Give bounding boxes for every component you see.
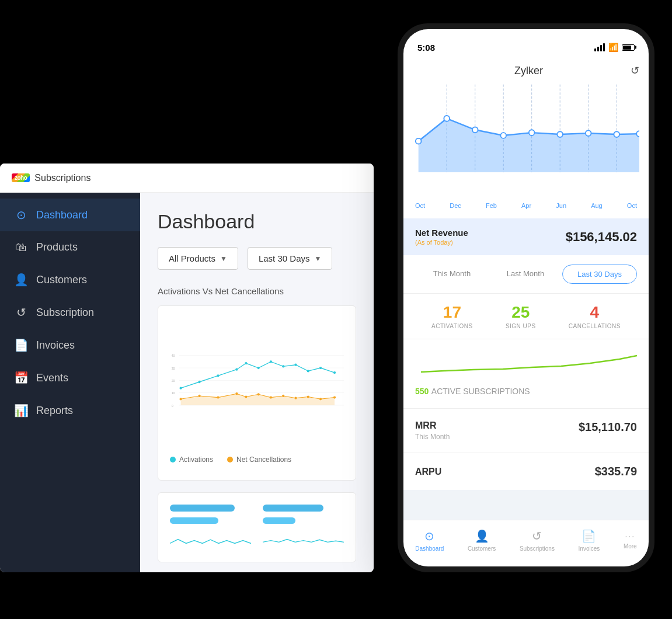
svg-point-23 [179,398,182,400]
net-revenue-section: Net Revenue (As of Today) $156,145.02 [403,218,649,255]
sidebar-item-label: Invoices [36,339,75,352]
svg-point-45 [472,127,478,133]
cancellations-legend-label: Net Cancellations [236,455,291,464]
phone-status-icons: 📶 [594,43,635,52]
tab-this-month[interactable]: This Month [415,265,489,284]
zoho-logo: zoho [12,173,30,182]
svg-point-27 [245,395,247,398]
svg-text:20: 20 [172,379,175,382]
svg-point-47 [529,130,535,135]
svg-point-43 [416,138,422,144]
sidebar-item-events[interactable]: 📅 Events [0,361,140,394]
sidebar: ⊙ Dashboard 🛍 Products 👤 Customers ↺ Sub… [0,193,140,572]
chart-label-jun: Jun [556,202,566,209]
svg-point-18 [294,364,297,366]
svg-point-50 [614,131,619,137]
activations-color-dot [170,457,176,462]
sidebar-item-customers[interactable]: 👤 Customers [0,263,140,296]
sidebar-item-products[interactable]: 🛍 Products [0,231,140,263]
svg-text:30: 30 [172,367,175,370]
arpu-value: $335.79 [595,465,637,478]
days-filter-dropdown[interactable]: Last 30 Days ▼ [248,247,332,270]
battery-fill [623,46,631,50]
active-subs-text: 550 ACTIVE SUBSCRIPTIONS [415,386,637,397]
phone-time: 5:08 [417,43,435,53]
chart-label-aug: Aug [591,202,603,209]
skeleton-wave [170,530,251,550]
product-filter-dropdown[interactable]: All Products ▼ [158,247,238,270]
stat-activations: 17 ACTIVATIONS [431,303,473,329]
signal-bar-3 [600,45,602,51]
tab-last-30-days[interactable]: Last 30 Days [562,265,637,284]
days-filter-label: Last 30 Days [259,253,310,263]
sidebar-item-subscription[interactable]: ↺ Subscription [0,296,140,329]
activations-count: 17 [431,303,473,322]
subscriptions-nav-icon: ↺ [532,529,542,543]
mrr-value: $15,110.70 [579,420,637,434]
nav-tab-dashboard[interactable]: ⊙ Dashboard [408,524,451,557]
events-icon: 📅 [14,371,28,385]
mrr-info: MRR This Month [415,420,450,441]
net-revenue-value: $156,145.02 [566,229,637,245]
active-subs-label: ACTIVE SUBSCRIPTIONS [431,387,530,396]
svg-point-29 [270,396,272,398]
invoices-nav-label: Invoices [579,545,600,552]
tab-last-month[interactable]: Last Month [489,265,562,284]
stat-cancellations: 4 CANCELLATIONS [569,303,621,329]
svg-point-15 [257,367,260,369]
chart-label-oct2: Oct [627,202,637,209]
skeleton-col-1 [170,505,251,550]
phone-chart-labels: Oct Dec Feb Apr Jun Aug Oct [413,202,639,209]
mrr-label: MRR [415,420,450,431]
phone-wrapper: 5:08 📶 Zylker ↺ [398,23,654,584]
phone-chart-title: Zylker [427,65,631,77]
skeleton-bar [170,517,218,524]
svg-point-34 [333,396,336,398]
filters-row: All Products ▼ Last 30 Days ▼ [158,247,356,270]
svg-point-21 [333,371,336,374]
products-icon: 🛍 [14,241,28,254]
dashboard-nav-label: Dashboard [415,545,444,552]
legend-net-cancellations: Net Cancellations [227,455,291,464]
nav-tab-subscriptions[interactable]: ↺ Subscriptions [513,524,562,557]
chart-label-feb: Feb [486,202,497,209]
nav-tab-more[interactable]: ··· More [617,527,644,554]
invoices-icon: 📄 [14,338,28,352]
svg-point-24 [198,395,200,397]
sidebar-item-label: Dashboard [36,209,88,221]
svg-point-44 [444,116,450,121]
customers-icon: 👤 [14,273,28,287]
nav-tab-customers[interactable]: 👤 Customers [461,524,503,557]
sidebar-item-label: Subscription [36,307,94,319]
nav-tab-invoices[interactable]: 📄 Invoices [572,524,607,557]
chart-label-oct1: Oct [415,202,425,209]
chart-label-dec: Dec [450,202,461,209]
wifi-icon: 📶 [608,43,618,52]
net-revenue-label: Net Revenue [415,228,468,238]
more-nav-label: More [624,543,637,550]
net-revenue-sublabel: (As of Today) [415,239,468,246]
battery-icon [622,44,635,51]
skeleton-col-2 [263,505,344,550]
subscription-icon: ↺ [14,305,28,319]
svg-point-14 [245,362,247,364]
active-subs-count: 550 [415,387,429,396]
svg-point-49 [586,130,591,136]
activations-legend-label: Activations [179,455,213,464]
arpu-section: ARPU $335.79 [403,453,649,490]
svg-point-16 [270,360,272,363]
svg-point-51 [636,131,639,137]
sidebar-item-reports[interactable]: 📊 Reports [0,394,140,427]
chart-legend: Activations Net Cancellations [170,455,344,464]
mrr-section: MRR This Month $15,110.70 [403,409,649,453]
refresh-icon[interactable]: ↺ [631,64,639,77]
stat-signups: 25 SIGN UPS [506,303,536,329]
sidebar-item-invoices[interactable]: 📄 Invoices [0,329,140,361]
phone-status-bar: 5:08 📶 [403,29,649,58]
svg-point-32 [307,395,309,398]
svg-point-28 [257,393,260,395]
sidebar-item-dashboard[interactable]: ⊙ Dashboard [0,199,140,231]
skeleton-bar [263,505,323,512]
cancellations-label: CANCELLATIONS [569,323,621,329]
phone-chart-area: Zylker ↺ [403,58,649,218]
